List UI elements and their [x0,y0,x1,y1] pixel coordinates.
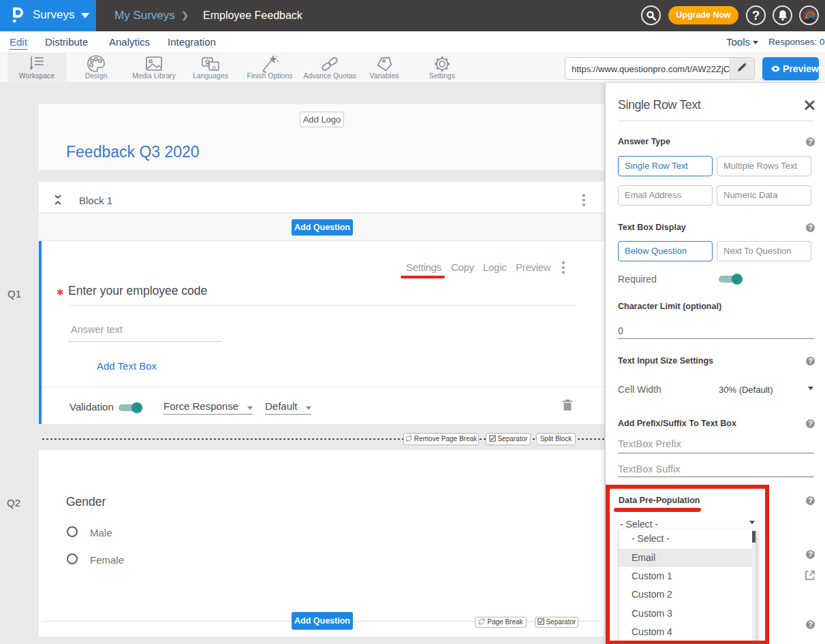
svg-text:A: A [212,63,217,71]
